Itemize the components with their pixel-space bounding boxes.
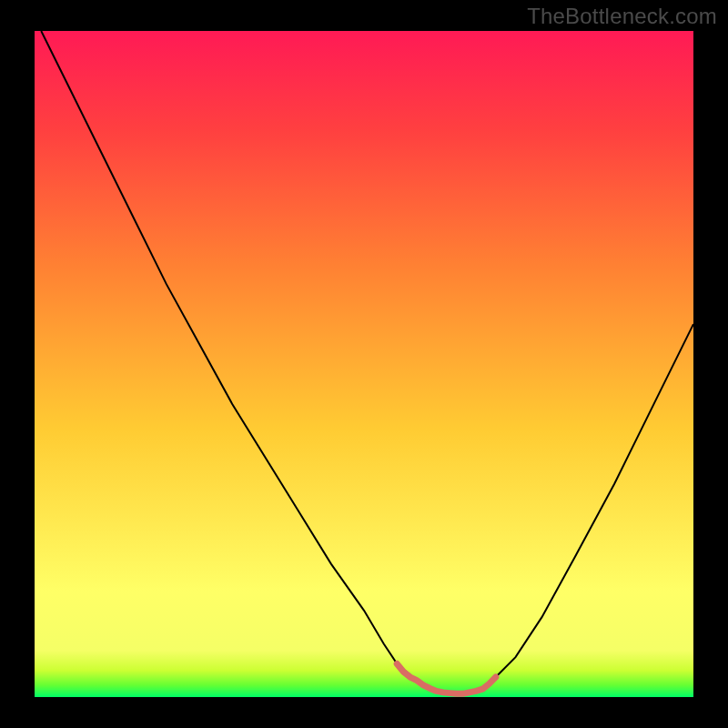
chart-frame: TheBottleneck.com bbox=[0, 0, 728, 728]
plot-background bbox=[35, 31, 693, 697]
watermark-text: TheBottleneck.com bbox=[527, 4, 717, 29]
bottleneck-chart bbox=[0, 0, 728, 728]
